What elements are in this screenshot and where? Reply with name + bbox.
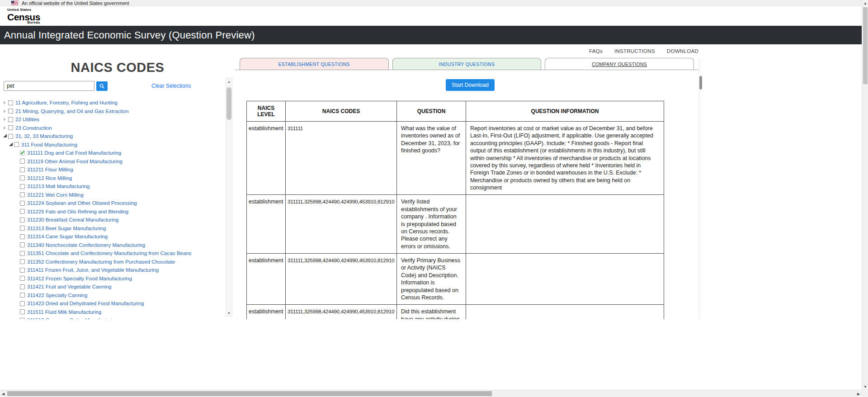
tab-industry-questions[interactable]: INDUSTRY QUESTIONS xyxy=(392,58,542,70)
checkbox-icon[interactable] xyxy=(20,167,25,172)
tree-item-label[interactable]: 311225 Fats and Oils Refining and Blendi… xyxy=(27,209,128,214)
start-download-button[interactable]: Start Download xyxy=(446,79,495,91)
checkbox-icon[interactable] xyxy=(20,276,25,281)
tree-item: 22 Utilities xyxy=(3,115,235,124)
nav-link-download[interactable]: DOWNLOAD xyxy=(667,48,698,54)
scroll-left-icon[interactable]: ◀ xyxy=(0,391,6,397)
page-horizontal-scrollbar[interactable]: ◀ ▶ xyxy=(0,390,862,397)
sidebar-scrollbar-thumb[interactable] xyxy=(226,87,231,120)
checkbox-checked-icon[interactable]: ✔ xyxy=(20,151,25,156)
tree-item-label[interactable]: 311213 Malt Manufacturing xyxy=(27,184,90,189)
scrollbar-corner xyxy=(862,390,868,397)
tree-indent-spacer xyxy=(14,193,20,197)
content-scrollbar[interactable] xyxy=(698,58,702,319)
checkbox-icon[interactable] xyxy=(20,284,25,289)
checkbox-icon[interactable] xyxy=(20,234,25,239)
tree-item-label[interactable]: 311314 Cane Sugar Manufacturing xyxy=(27,234,108,239)
column-header: NAICS CODES xyxy=(286,101,397,122)
tree-indent-spacer xyxy=(14,209,20,214)
checkbox-icon[interactable] xyxy=(8,100,13,105)
tree-expand-icon[interactable] xyxy=(3,100,8,105)
checkbox-icon[interactable] xyxy=(8,134,13,139)
tree-item-label[interactable]: 311511 Fluid Milk Manufacturing xyxy=(27,309,102,315)
tree-item-label[interactable]: 311119 Other Animal Food Manufacturing xyxy=(27,159,123,164)
tree-item-label[interactable]: 311212 Rice Milling xyxy=(27,175,72,181)
tree-item-label[interactable]: 22 Utilities xyxy=(15,117,39,122)
checkbox-icon[interactable] xyxy=(20,268,25,273)
tree-expand-icon[interactable] xyxy=(3,109,8,113)
nav-link-instructions[interactable]: INSTRUCTIONS xyxy=(614,48,655,54)
tree-item-label[interactable]: 311422 Specialty Canning xyxy=(27,293,87,298)
tree-item-label[interactable]: 311211 Flour Milling xyxy=(27,167,73,172)
checkbox-icon[interactable] xyxy=(20,175,25,180)
table-body: establishment311111What was the value of… xyxy=(247,122,664,320)
checkbox-icon[interactable] xyxy=(8,117,13,122)
questions-table-wrap: NAICS LEVELNAICS CODESQUESTIONQUESTION I… xyxy=(246,101,664,319)
content-scrollbar-thumb[interactable] xyxy=(699,76,702,90)
tree-item-label[interactable]: 311224 Soybean and Other Oilseed Process… xyxy=(27,200,137,206)
tree-item-label[interactable]: 311351 Chocolate and Confectionery Manuf… xyxy=(27,250,192,256)
tree-indent-spacer xyxy=(14,217,20,222)
scroll-right-icon[interactable]: ▶ xyxy=(855,391,862,397)
page-horizontal-scrollbar-thumb[interactable] xyxy=(7,391,492,396)
checkbox-icon[interactable] xyxy=(20,309,25,314)
question-tabs: ESTABLISHMENT QUESTIONSINDUSTRY QUESTION… xyxy=(235,58,698,70)
tree-item-label[interactable]: 311423 Dried and Dehydrated Food Manufac… xyxy=(27,301,144,306)
nav-links: FAQsINSTRUCTIONSDOWNLOAD xyxy=(0,44,702,58)
scroll-up-icon[interactable]: ▲ xyxy=(226,78,232,85)
checkbox-icon[interactable] xyxy=(20,184,25,189)
checkbox-icon[interactable] xyxy=(20,301,25,306)
tree-item-label[interactable]: 311313 Beet Sugar Manufacturing xyxy=(27,226,106,231)
page-vertical-scrollbar[interactable]: ▲ ▼ xyxy=(862,0,868,390)
tree-expand-icon[interactable] xyxy=(3,117,8,122)
tree-collapse-icon[interactable] xyxy=(9,142,14,147)
tree-item-label[interactable]: 311412 Frozen Specialty Food Manufacturi… xyxy=(27,276,132,281)
checkbox-icon[interactable] xyxy=(20,259,25,264)
tree-item-label[interactable]: 311 Food Manufacturing xyxy=(21,142,77,147)
checkbox-icon[interactable] xyxy=(20,251,25,256)
tree-item-label[interactable]: 21 Mining, Quarrying, and Oil and Gas Ex… xyxy=(15,109,129,114)
tree-item: 311 Food Manufacturing xyxy=(3,141,235,149)
checkbox-icon[interactable] xyxy=(20,192,25,197)
tree-item-label[interactable]: 311352 Confectionery Manufacturing from … xyxy=(27,259,175,265)
tree-item-label[interactable]: 23 Construction xyxy=(15,125,52,131)
tab-company-questions[interactable]: COMPANY QUESTIONS xyxy=(545,58,694,70)
tree-item-label[interactable]: 311221 Wet Corn Milling xyxy=(27,192,84,198)
checkbox-icon[interactable] xyxy=(20,242,25,247)
scroll-down-icon[interactable]: ▼ xyxy=(226,310,232,316)
census-bureau-logo[interactable]: United States Census Bureau xyxy=(7,8,40,24)
checkbox-icon[interactable] xyxy=(20,217,25,222)
tree-item-label[interactable]: 311421 Fruit and Vegetable Canning xyxy=(27,284,112,289)
gov-banner: An official website of the United States… xyxy=(0,0,868,6)
naics-search-input[interactable] xyxy=(4,81,94,91)
sidebar-scrollbar[interactable]: ▲ ▼ xyxy=(226,78,232,317)
checkbox-icon[interactable] xyxy=(20,209,25,214)
clear-selections-link[interactable]: Clear Selections xyxy=(151,83,191,89)
tree-item-label[interactable]: 311111 Dog and Cat Food Manufacturing xyxy=(27,150,121,156)
checkbox-icon[interactable] xyxy=(20,226,25,231)
scroll-down-icon[interactable]: ▼ xyxy=(862,383,868,390)
search-button[interactable] xyxy=(96,81,108,91)
tree-item: 311423 Dried and Dehydrated Food Manufac… xyxy=(3,299,235,308)
scroll-up-icon[interactable]: ▲ xyxy=(862,0,868,6)
tree-item-label[interactable]: 11 Agriculture, Forestry, Fishing and Hu… xyxy=(15,100,118,105)
tab-establishment-questions[interactable]: ESTABLISHMENT QUESTIONS xyxy=(240,58,389,70)
checkbox-icon[interactable] xyxy=(20,293,25,298)
checkbox-icon[interactable] xyxy=(20,159,25,164)
tree-collapse-icon[interactable] xyxy=(3,134,8,138)
tree-item-label[interactable]: 31, 32, 33 Manufacturing xyxy=(15,133,73,139)
page-vertical-scrollbar-thumb[interactable] xyxy=(863,7,868,84)
checkbox-icon[interactable] xyxy=(8,109,13,113)
tree-expand-icon[interactable] xyxy=(3,126,8,130)
checkbox-icon[interactable] xyxy=(8,125,13,130)
checkbox-icon[interactable] xyxy=(20,318,25,319)
question-cell: What was the value of inventories owned … xyxy=(397,122,466,195)
checkbox-icon[interactable] xyxy=(20,201,25,206)
tree-item-label[interactable]: 311230 Breakfast Cereal Manufacturing xyxy=(27,217,118,222)
tree-item-label[interactable]: 311340 Nonchocolate Confectionery Manufa… xyxy=(27,242,145,248)
naics-level-cell: establishment xyxy=(247,122,286,195)
tree-item-label[interactable]: 311411 Frozen Fruit, Juice, and Vegetabl… xyxy=(27,267,159,273)
checkbox-icon[interactable] xyxy=(14,142,19,147)
nav-link-faqs[interactable]: FAQs xyxy=(589,48,603,54)
tree-item-label[interactable]: 311512 Creamery Butter Manufacturing xyxy=(27,317,118,319)
